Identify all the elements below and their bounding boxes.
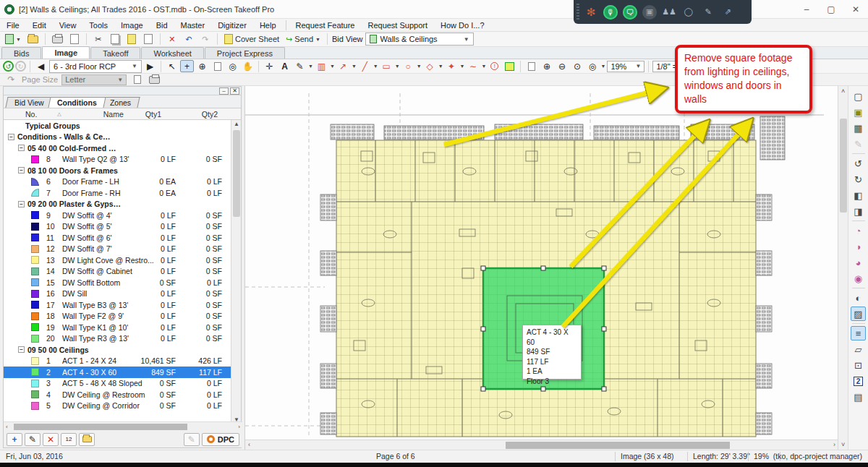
condition-group-row[interactable]: −09 20 00 Plaster & Gypsum Board (4, 199, 232, 210)
scroll-right-icon[interactable]: › (833, 441, 835, 448)
panel-tab-bid-view[interactable]: Bid View (5, 97, 53, 108)
collapse-icon[interactable]: − (18, 145, 25, 151)
add-condition-button[interactable]: + (7, 433, 22, 446)
menu-bid[interactable]: Bid (150, 19, 174, 32)
zoom-in-icon[interactable]: ⊕ (540, 60, 553, 72)
collapse-icon[interactable]: − (18, 346, 25, 353)
rotate-right-icon[interactable]: ↻ (851, 172, 866, 187)
blank-page-icon[interactable] (130, 74, 144, 86)
condition-group-row[interactable]: −05 40 00 Cold-Formed Metal Framing (4, 142, 232, 154)
print-page-icon[interactable] (148, 74, 161, 86)
menu-tools[interactable]: Tools (82, 19, 114, 32)
scroll-down-icon[interactable]: ˅ (841, 441, 845, 448)
paste-button[interactable] (124, 33, 139, 46)
wipe-mode-1-icon[interactable]: ◔ (851, 223, 866, 238)
grid-lines-icon[interactable]: ▦ (851, 121, 866, 135)
cut-button[interactable]: ✂ (91, 33, 106, 46)
menu-edit[interactable]: Edit (26, 19, 53, 32)
column-headers[interactable]: No. △ Name Qty1 Qty2 (4, 108, 241, 120)
send-button[interactable]: ↪Send▼ (284, 33, 323, 46)
tab-bids[interactable]: Bids (1, 47, 41, 59)
condition-row[interactable]: 16DW Sill0 LF0 SF (4, 288, 232, 300)
scroll-thumb[interactable] (840, 119, 847, 213)
condition-row[interactable]: 7Door Frame - RH0 EA0 LF (4, 187, 232, 199)
overlay-pages-icon[interactable]: ▱ (851, 342, 866, 356)
condition-row[interactable]: 17Wall Type B3 @ 13'0 LF0 SF (4, 299, 232, 311)
zoom-last-icon[interactable]: ⊙ (570, 60, 584, 72)
delete-icon[interactable]: ✕ (165, 33, 179, 46)
zoom-page-tool[interactable] (210, 60, 224, 72)
condition-row[interactable]: 4DW Ceiling @ Restroom0 SF0 LF (4, 389, 232, 400)
text-annotation-tool[interactable]: A (278, 60, 292, 72)
rotate-page-icon[interactable]: ↷ (4, 74, 18, 86)
menu-how-do-i[interactable]: How Do I...? (434, 19, 491, 32)
annotate-pencil-icon[interactable]: ✎ (701, 5, 715, 20)
condition-row[interactable]: 20Wall Type R3 @ 13'0 LF0 SF (4, 333, 232, 345)
new-group-button[interactable] (79, 433, 95, 446)
condition-row[interactable]: 10DW Soffit @ 5'0 LF0 SF (4, 221, 232, 233)
panel-tab-conditions[interactable]: Conditions (48, 97, 106, 108)
freehand-annotation-tool[interactable]: ∼ (467, 60, 480, 72)
polygon-annotation-tool[interactable]: ◇ (423, 60, 437, 72)
select-tool[interactable]: ↖ (165, 60, 179, 72)
image-adjust-icon[interactable]: ▨ (851, 307, 866, 321)
collapse-icon[interactable]: − (18, 167, 25, 173)
previous-page-button[interactable]: ◀ (34, 60, 48, 72)
fit-to-window-icon[interactable] (524, 60, 538, 72)
menu-image[interactable]: Image (114, 19, 150, 32)
condition-row[interactable]: 14DW Soffit @ Cabinet0 LF0 SF (4, 266, 232, 278)
menu-help[interactable]: Help (253, 19, 283, 32)
condition-row[interactable]: 3ACT 5 - 48 X 48 Sloped0 SF0 LF (4, 378, 232, 390)
pan-tool[interactable]: ✋ (241, 60, 255, 72)
scroll-thumb[interactable] (14, 424, 187, 430)
condition-group-row[interactable]: −08 10 00 Doors & Frames (4, 165, 232, 176)
arrow-annotation-tool[interactable]: ↗ (336, 60, 350, 72)
flip-horizontal-icon[interactable]: ◧ (851, 188, 866, 202)
show-image-icon[interactable]: ▣ (851, 105, 866, 119)
canvas-vertical-scrollbar[interactable]: ˄ ˅ (838, 86, 848, 450)
collapse-icon[interactable]: − (18, 201, 25, 207)
participants-icon[interactable]: ♟♟ (662, 5, 676, 20)
rotate-left-icon[interactable]: ↺ (851, 156, 866, 171)
redo-icon[interactable]: ↷ (198, 33, 213, 46)
scroll-right-icon[interactable]: › (238, 424, 240, 430)
wipe-mode-4-icon[interactable]: ◉ (851, 271, 866, 286)
nav-forward-icon[interactable]: ↻ (15, 61, 26, 72)
condition-row[interactable]: 1ACT 1 - 24 X 2410,461 SF426 LF (4, 356, 232, 367)
select-region-icon[interactable]: ▢ (851, 89, 866, 103)
delete-condition-button[interactable]: ✕ (43, 433, 59, 446)
widget-drag-handle[interactable] (576, 4, 579, 20)
condition-row[interactable]: 8Wall Type Q2 @ 13'0 LF0 SF (4, 154, 232, 166)
calendar-page-icon[interactable]: 2 (851, 374, 866, 388)
close-button[interactable]: ✕ (843, 0, 868, 19)
print-preview-button[interactable] (67, 33, 82, 46)
wipe-mode-2-icon[interactable]: ◑ (851, 239, 866, 254)
chat-button[interactable]: 🗨 (623, 5, 637, 20)
panel-horizontal-scrollbar[interactable]: ‹ › (4, 421, 242, 431)
condition-row[interactable]: 15DW Soffit Bottom0 SF0 LF (4, 277, 232, 288)
cover-sheet-button[interactable]: Cover Sheet (222, 33, 281, 46)
scroll-up-icon[interactable]: ▲ (234, 121, 239, 127)
nav-back-icon[interactable]: ↺ (3, 61, 14, 72)
print-button[interactable] (50, 33, 65, 46)
panel-collapse-button[interactable]: – (219, 87, 229, 95)
scroll-up-icon[interactable]: ˄ (841, 87, 845, 95)
speech-bubble-icon[interactable]: ◯ (681, 5, 696, 20)
tab-takeoff[interactable]: Takeoff (90, 47, 140, 59)
zoom-tool[interactable]: ⊕ (195, 60, 209, 72)
condition-row[interactable]: 18Wall Type F2 @ 9'0 LF0 SF (4, 311, 232, 322)
condition-row[interactable]: 11DW Soffit @ 6'0 LF0 SF (4, 232, 232, 244)
renumber-button[interactable]: 12 (61, 433, 77, 446)
condition-row[interactable]: 19Wall Type K1 @ 10'0 LF0 SF (4, 322, 232, 333)
panel-close-button[interactable]: ✕ (230, 87, 239, 95)
edit-condition-button[interactable]: ✎ (25, 433, 41, 446)
next-page-button[interactable]: ▶ (143, 60, 157, 72)
condition-row[interactable]: 13DW Light Cove @ Restro...0 LF0 SF (4, 254, 232, 266)
canvas-horizontal-scrollbar[interactable]: ‹ › (245, 440, 838, 450)
drawing-canvas[interactable]: ACT 4 - 30 X 60849 SF117 LF1 EAFloor 3 ‹… (244, 86, 838, 450)
undo-icon[interactable]: ↶ (182, 33, 196, 46)
menu-request-support[interactable]: Request Support (361, 19, 434, 32)
lasso-icon[interactable]: ✎ (851, 137, 866, 151)
condition-group-row[interactable]: −09 50 00 Ceilings (4, 344, 232, 356)
dpc-button[interactable]: DPC (202, 433, 239, 446)
